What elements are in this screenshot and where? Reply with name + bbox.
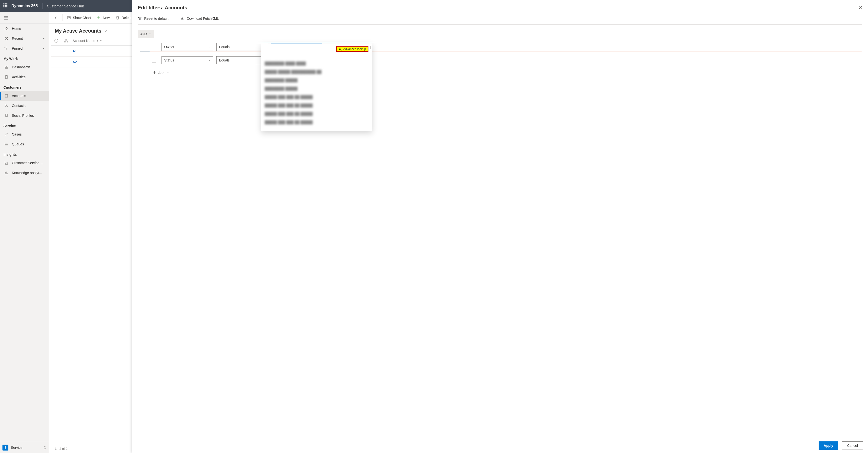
show-chart-button[interactable]: Show Chart	[64, 13, 93, 22]
condition-checkbox[interactable]	[152, 45, 156, 49]
back-button[interactable]	[51, 13, 60, 22]
nav-label: Social Profiles	[12, 114, 45, 118]
nav-contacts[interactable]: Contacts	[0, 101, 49, 110]
close-button[interactable]	[859, 5, 863, 9]
nav-social-profiles[interactable]: Social Profiles	[0, 110, 49, 121]
building-icon	[3, 94, 9, 98]
select-all[interactable]	[51, 38, 61, 43]
brand-label: Dynamics 365	[11, 4, 38, 8]
nav-label: Knowledge analyt...	[12, 171, 45, 175]
nav-label: Pinned	[12, 46, 42, 51]
nav-dashboards[interactable]: Dashboards	[0, 62, 49, 72]
filter-reset-icon	[138, 17, 142, 21]
chevron-down-icon	[208, 59, 211, 62]
filter-condition: Owner Equals Value	[150, 42, 862, 52]
nav-pinned[interactable]: Pinned	[0, 43, 49, 53]
group-operator[interactable]: AND	[138, 30, 154, 38]
panel-title: Edit filters: Accounts	[138, 5, 862, 11]
area-badge: S	[2, 445, 8, 451]
clock-icon	[3, 36, 9, 40]
nav-sidebar: Home Recent Pinned My Work Dashboards Ac…	[0, 12, 49, 453]
account-link[interactable]: A1	[51, 49, 77, 53]
waffle-icon[interactable]	[3, 3, 8, 8]
nav-knowledge-analytics[interactable]: Knowledge analyt...	[0, 168, 49, 178]
nav-group-service: Service	[0, 121, 49, 129]
area-label: Service	[11, 446, 43, 450]
button-label: Reset to default	[144, 17, 168, 21]
edit-filters-panel: Edit filters: Accounts Reset to default …	[132, 0, 868, 453]
delete-button[interactable]: Delete	[113, 13, 134, 22]
pin-icon	[3, 46, 9, 51]
filter-condition: Status Equals	[150, 55, 862, 65]
nav-accounts[interactable]: Accounts	[0, 91, 49, 101]
apply-button[interactable]: Apply	[818, 442, 839, 450]
app-name: Customer Service Hub	[47, 4, 84, 8]
nav-label: Contacts	[12, 104, 45, 108]
nav-activities[interactable]: Activities	[0, 72, 49, 82]
svg-rect-7	[5, 143, 8, 144]
svg-rect-11	[7, 173, 8, 174]
nav-group-insights: Insights	[0, 149, 49, 158]
svg-rect-15	[64, 41, 65, 42]
condition-checkbox[interactable]	[152, 58, 156, 62]
column-account-name[interactable]: Account Name ↑	[71, 39, 102, 43]
svg-point-13	[55, 39, 58, 42]
nav-label: Activities	[12, 75, 45, 79]
panel-footer: Apply Cancel	[132, 438, 868, 453]
attribute-dropdown[interactable]: Owner	[161, 43, 213, 51]
group-label: AND	[140, 32, 147, 36]
analytics-icon	[3, 171, 9, 175]
cmd-label: New	[103, 16, 110, 20]
button-label: Advanced lookup	[343, 47, 366, 51]
nav-recent[interactable]: Recent	[0, 34, 49, 43]
nav-home[interactable]: Home	[0, 24, 49, 34]
button-label: Add	[158, 71, 164, 75]
area-switcher[interactable]: S Service	[0, 442, 49, 453]
account-link[interactable]: A2	[51, 60, 77, 64]
nav-queues[interactable]: Queues	[0, 139, 49, 149]
plus-icon	[97, 16, 101, 20]
hierarchy-icon[interactable]	[61, 39, 71, 43]
scrollbar[interactable]	[370, 46, 371, 49]
lookup-option[interactable]: █████ ███ ███ ██ █████	[265, 93, 368, 101]
nav-customer-service[interactable]: Customer Service ...	[0, 158, 49, 168]
cmd-label: Delete	[122, 16, 131, 20]
nav-cases[interactable]: Cases	[0, 129, 49, 139]
cmd-label: Show Chart	[73, 16, 91, 20]
cancel-button[interactable]: Cancel	[842, 442, 863, 450]
svg-rect-10	[6, 172, 7, 174]
search-icon	[339, 47, 342, 51]
hamburger-button[interactable]	[0, 12, 49, 24]
dashboard-icon	[3, 65, 9, 69]
nav-label: Dashboards	[12, 65, 45, 69]
lookup-option[interactable]: ████████ █████	[265, 76, 368, 85]
add-condition-button[interactable]: Add	[150, 69, 172, 77]
lookup-option[interactable]: █████ ███ ███ ██ █████	[265, 118, 368, 126]
svg-rect-16	[67, 41, 68, 42]
lookup-option[interactable]: █████ ███ ███ ██ █████	[265, 101, 368, 109]
new-button[interactable]: New	[94, 13, 112, 22]
lookup-option[interactable]: ████████ ████ ████	[265, 59, 368, 68]
wrench-icon	[3, 132, 9, 136]
operator-dropdown[interactable]: Equals	[216, 56, 268, 64]
lookup-option[interactable]: █████ █████ ██████████ ██	[265, 68, 368, 76]
attribute-dropdown[interactable]: Status	[161, 56, 213, 64]
advanced-lookup-button[interactable]: Advanced lookup	[336, 46, 368, 52]
chart-icon	[67, 16, 71, 20]
lookup-option[interactable]: ████████ █████	[265, 85, 368, 93]
lookup-option[interactable]: █████ ███ ███ ██ █████	[265, 109, 368, 118]
button-label: Download FetchXML	[187, 17, 219, 21]
download-fetchxml-button[interactable]: Download FetchXML	[180, 17, 219, 21]
svg-rect-1	[5, 66, 6, 67]
divider	[42, 3, 42, 9]
svg-rect-3	[5, 67, 8, 68]
nav-label: Accounts	[12, 94, 45, 98]
chevron-down-icon	[166, 72, 169, 74]
operator-dropdown[interactable]: Equals	[216, 43, 268, 51]
chevron-down-icon	[42, 47, 45, 50]
plus-icon	[153, 71, 156, 74]
svg-point-6	[6, 104, 7, 106]
dropdown-value: Equals	[219, 45, 230, 49]
nav-label: Cases	[12, 132, 45, 136]
reset-default-button[interactable]: Reset to default	[138, 17, 168, 21]
